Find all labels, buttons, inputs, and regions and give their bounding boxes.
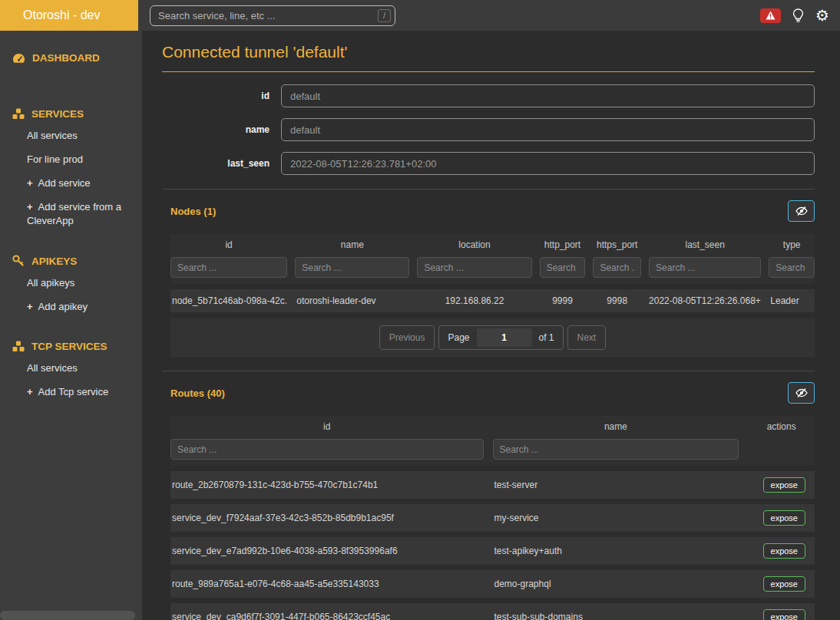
page-title: Connected tunnel 'default' (162, 43, 815, 72)
app-logo[interactable]: Otoroshi - dev (0, 0, 138, 31)
table-row[interactable]: node_5b71c46ab-098a-42c... otoroshi-lead… (170, 289, 815, 312)
column-header[interactable]: name (295, 234, 409, 257)
nodes-pagination: Previous Page of 1 Next (170, 318, 815, 357)
column-header[interactable]: last_seen (649, 234, 761, 257)
cell-http-port: 9999 (540, 295, 586, 306)
search-input[interactable] (150, 5, 395, 26)
column-search-input[interactable] (769, 257, 815, 278)
column-search-input[interactable] (540, 257, 586, 278)
column-header[interactable]: type (769, 234, 815, 257)
column-search-input[interactable] (417, 257, 531, 278)
eye-slash-icon (795, 388, 808, 398)
table-row[interactable]: service_dev_f7924aaf-37e3-42c3-852b-85db… (170, 504, 815, 532)
slash-shortcut-badge: / (378, 9, 391, 22)
routes-table: id name actions route_2b2670879-131c-423… (170, 416, 815, 620)
sidebar-item-tcp-services[interactable]: TCP SERVICES (6, 336, 134, 357)
cell-id: service_dev_f7924aaf-37e3-42c3-852b-85db… (170, 513, 484, 523)
cubes-icon (12, 108, 25, 120)
form-row-id: id (162, 84, 815, 107)
column-header[interactable]: https_port (593, 234, 641, 257)
column-header[interactable]: id (170, 416, 484, 439)
routes-title: Routes (40) (162, 388, 225, 399)
divider (162, 189, 815, 190)
cell-name: my-service (493, 513, 739, 523)
page-of-label: of 1 (539, 332, 554, 343)
nodes-hide-columns-button[interactable] (788, 200, 815, 222)
cell-id: service_dev_e7ad992b-10e6-4038-a593-8f39… (170, 546, 484, 556)
last-seen-field[interactable] (281, 152, 815, 175)
column-search-input[interactable] (170, 257, 287, 278)
column-search-input[interactable] (649, 257, 761, 278)
tunnel-form: id name last_seen (162, 84, 815, 175)
sidebar-item-services[interactable]: SERVICES (6, 104, 134, 124)
horizontal-scrollbar[interactable] (0, 611, 135, 620)
cell-id: route_2b2670879-131c-423d-b755-470c7b1c7… (170, 480, 484, 490)
cell-name: test-apikey+auth (493, 546, 739, 556)
column-header[interactable]: http_port (540, 234, 586, 257)
cell-name: test-sub-sub-domains (493, 612, 739, 620)
page-input[interactable] (477, 328, 532, 347)
plus-icon: + (27, 301, 33, 312)
main-content: Connected tunnel 'default' id name last_… (142, 31, 840, 620)
sidebar-item-all-apikeys[interactable]: All apikeys (6, 272, 134, 295)
pagination-previous-button[interactable]: Previous (379, 325, 435, 350)
gear-icon: ⚙ (815, 8, 829, 23)
sidebar-item-dashboard[interactable]: DASHBOARD (6, 48, 134, 68)
sidebar-item-all-services[interactable]: All services (6, 124, 134, 148)
name-field[interactable] (281, 118, 815, 141)
settings-button[interactable]: ⚙ (815, 8, 829, 23)
cell-id: node_5b71c46ab-098a-42c... (170, 295, 287, 306)
pagination-page-box: Page of 1 (438, 325, 563, 350)
nodes-section: Nodes (1) id name location http_port htt… (162, 200, 815, 357)
lightbulb-icon (792, 8, 804, 23)
cell-name: demo-graphql (493, 579, 739, 589)
column-header[interactable]: name (493, 416, 739, 439)
cubes-icon (12, 341, 25, 352)
sidebar-heading-label: DASHBOARD (32, 52, 100, 64)
cell-name: test-server (493, 480, 739, 490)
column-search-input[interactable] (295, 257, 409, 278)
column-search-input[interactable] (593, 257, 641, 278)
tips-button[interactable] (792, 8, 804, 23)
expose-button[interactable]: expose (763, 543, 805, 559)
expose-button[interactable]: expose (763, 609, 805, 620)
alerts-button[interactable] (760, 8, 781, 23)
cell-last-seen: 2022-08-05T12:26:26.068+... (649, 295, 761, 306)
cell-location: 192.168.86.22 (417, 295, 531, 306)
sidebar: DASHBOARD SERVICES All services For line… (0, 31, 142, 620)
form-row-last-seen: last_seen (162, 152, 815, 175)
sidebar-item-add-apikey[interactable]: +Add apikey (6, 295, 134, 319)
table-row[interactable]: service_dev_e7ad992b-10e6-4038-a593-8f39… (170, 537, 815, 565)
field-label: name (162, 118, 281, 141)
routes-hide-columns-button[interactable] (788, 382, 815, 404)
field-label: id (162, 84, 281, 107)
cell-https-port: 9998 (593, 295, 641, 306)
plus-icon: + (27, 386, 33, 397)
expose-button[interactable]: expose (763, 477, 805, 493)
form-row-name: name (162, 118, 815, 141)
sidebar-item-tcp-all-services[interactable]: All services (6, 357, 134, 381)
table-row[interactable]: service_dev_ca9d6f7f-3091-447f-b065-8642… (170, 603, 815, 620)
sidebar-item-apikeys[interactable]: APIKEYS (6, 250, 134, 272)
column-header[interactable]: id (170, 234, 287, 257)
sidebar-item-add-service-cleverapp[interactable]: +Add service from a CleverApp (6, 196, 134, 234)
sidebar-item-add-tcp-service[interactable]: +Add Tcp service (6, 381, 134, 404)
sidebar-item-add-service[interactable]: +Add service (6, 172, 134, 196)
sidebar-item-for-line-prod[interactable]: For line prod (6, 148, 134, 172)
nodes-title: Nodes (1) (162, 206, 216, 217)
table-row[interactable]: route_989a765a1-e076-4c68-aa45-a5e335143… (170, 570, 815, 598)
warning-triangle-icon (766, 11, 776, 20)
column-header[interactable]: actions (748, 416, 815, 439)
pagination-next-button[interactable]: Next (567, 325, 607, 350)
divider (162, 371, 815, 371)
sidebar-heading-label: SERVICES (31, 108, 84, 120)
id-field[interactable] (281, 84, 815, 107)
expose-button[interactable]: expose (763, 510, 805, 526)
column-header[interactable]: location (417, 234, 531, 257)
column-search-input[interactable] (170, 439, 484, 460)
column-search-input[interactable] (493, 439, 739, 460)
table-row[interactable]: route_2b2670879-131c-423d-b755-470c7b1c7… (170, 471, 815, 499)
nodes-table: id name location http_port https_port la… (170, 234, 815, 357)
cell-name: otoroshi-leader-dev (295, 295, 409, 306)
expose-button[interactable]: expose (763, 576, 805, 592)
